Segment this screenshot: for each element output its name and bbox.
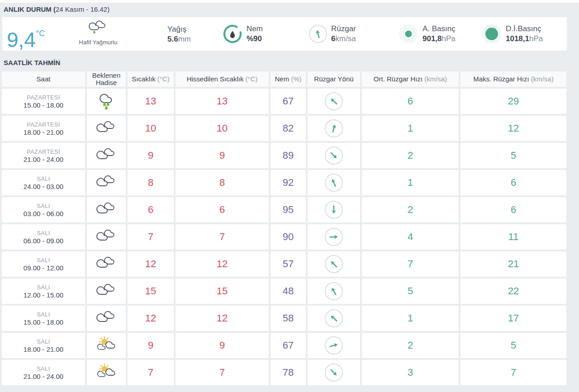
current-temperature-unit: °C bbox=[36, 29, 45, 38]
max-wind-value: 7 bbox=[511, 367, 516, 378]
feels-like-value: 13 bbox=[217, 95, 228, 107]
cell-feels-like: 6 bbox=[176, 197, 269, 222]
weather-icon bbox=[95, 228, 118, 246]
cell-feels-like: 15 bbox=[176, 279, 269, 304]
avg-wind-value: 1 bbox=[408, 312, 413, 324]
light-rain-icon bbox=[85, 19, 112, 37]
time-range: 24.00 - 03.00 bbox=[24, 183, 63, 190]
cell-max-wind: 7 bbox=[460, 360, 566, 385]
current-condition: Hafif Yağmurlu bbox=[71, 19, 125, 46]
cell-avg-wind: 1 bbox=[362, 170, 459, 195]
wind-direction-icon bbox=[325, 364, 343, 382]
weather-icon bbox=[95, 201, 118, 219]
column-header: Sıcaklık(°C) bbox=[128, 71, 174, 87]
cell-humidity: 58 bbox=[271, 306, 306, 331]
sea-level-pressure-value: 1018,1hPa bbox=[506, 34, 543, 44]
weather-icon bbox=[95, 282, 118, 300]
humidity-value: 89 bbox=[283, 150, 294, 161]
column-header: Ort. Rüzgar Hızı(km/sa) bbox=[362, 71, 459, 87]
cell-time: SALI 12.00 - 15.00 bbox=[2, 279, 85, 304]
cell-avg-wind: 1 bbox=[362, 116, 459, 141]
cell-temperature: 9 bbox=[128, 143, 174, 168]
cell-condition bbox=[87, 306, 126, 331]
current-temperature: 9,4°C bbox=[7, 21, 45, 52]
avg-wind-value: 3 bbox=[408, 367, 413, 378]
temperature-value: 10 bbox=[145, 123, 156, 134]
time-range: 06.00 - 09.00 bbox=[24, 237, 63, 245]
day-label: SALI bbox=[37, 311, 50, 318]
day-label: SALI bbox=[37, 175, 50, 182]
humidity-value: 78 bbox=[283, 367, 294, 378]
column-header: Saat bbox=[2, 71, 85, 87]
top-strip bbox=[0, 0, 579, 3]
precipitation-value: 5.6mm bbox=[167, 34, 191, 44]
cell-feels-like: 13 bbox=[176, 89, 269, 114]
cell-temperature: 9 bbox=[128, 333, 174, 358]
max-wind-value: 22 bbox=[508, 285, 519, 297]
cell-condition bbox=[87, 224, 126, 250]
max-wind-value: 11 bbox=[508, 231, 519, 243]
cell-time: SALI 24.00 - 03.00 bbox=[2, 170, 85, 195]
condition-label: Hafif Yağmurlu bbox=[71, 39, 125, 46]
column-header: Beklenen Hadise bbox=[87, 71, 126, 87]
day-label: PAZARTESİ bbox=[27, 94, 60, 101]
hourly-forecast-title: SAATLİK TAHMİN bbox=[4, 59, 579, 67]
current-status-title: ANLIK DURUM (24 Kasım - 16.42) bbox=[4, 5, 579, 14]
sea-level-pressure-label: D.İ.Basınç bbox=[506, 24, 543, 34]
wind-direction-icon bbox=[325, 336, 343, 354]
current-status-timestamp: 24 Kasım - 16.42) bbox=[56, 5, 109, 13]
cell-avg-wind: 7 bbox=[362, 251, 459, 277]
time-range: 12.00 - 15.00 bbox=[24, 291, 63, 299]
humidity-block: Nem %90 bbox=[223, 24, 263, 44]
day-label: PAZARTESİ bbox=[27, 121, 60, 128]
weather-icon bbox=[95, 92, 118, 110]
cell-humidity: 57 bbox=[271, 251, 306, 277]
max-wind-value: 5 bbox=[511, 340, 516, 351]
cell-condition bbox=[87, 116, 126, 141]
time-range: 18.00 - 21.00 bbox=[24, 128, 63, 136]
actual-pressure-label: A. Basınç bbox=[422, 24, 456, 34]
feels-like-value: 6 bbox=[219, 204, 225, 216]
cell-wind-direction bbox=[308, 224, 360, 250]
cell-time: SALI 06.00 - 09.00 bbox=[2, 224, 85, 250]
day-label: SALI bbox=[37, 230, 50, 236]
wind-direction-icon bbox=[325, 201, 343, 219]
cell-humidity: 78 bbox=[271, 360, 306, 385]
precipitation-label: Yağış bbox=[167, 24, 191, 34]
cell-max-wind: 17 bbox=[460, 306, 566, 331]
avg-wind-value: 6 bbox=[408, 95, 413, 107]
cell-avg-wind: 2 bbox=[362, 333, 459, 358]
current-conditions-card: 9,4°C Hafif Yağmurlu Yağış 5.6mm Nem %90… bbox=[2, 17, 567, 51]
wind-direction-icon bbox=[309, 25, 327, 43]
time-range: 15.00 - 18.00 bbox=[24, 101, 63, 109]
humidity-value: 67 bbox=[283, 95, 294, 107]
cell-wind-direction bbox=[308, 170, 360, 195]
cell-humidity: 89 bbox=[271, 143, 306, 168]
day-label: SALI bbox=[37, 284, 50, 291]
wind-direction-icon bbox=[325, 92, 343, 110]
day-label: SALI bbox=[37, 203, 50, 209]
cell-condition bbox=[87, 89, 126, 114]
cell-humidity: 82 bbox=[271, 116, 306, 141]
humidity-label: Nem bbox=[247, 24, 263, 34]
cell-time: PAZARTESİ 18.00 - 21.00 bbox=[2, 116, 85, 141]
avg-wind-value: 2 bbox=[408, 340, 413, 351]
day-label: SALI bbox=[37, 338, 50, 345]
max-wind-value: 21 bbox=[508, 258, 519, 270]
feels-like-value: 9 bbox=[219, 340, 225, 351]
temperature-value: 6 bbox=[148, 204, 153, 216]
cell-wind-direction bbox=[308, 251, 360, 277]
cell-avg-wind: 2 bbox=[362, 197, 459, 222]
feels-like-value: 8 bbox=[219, 177, 225, 189]
cell-max-wind: 22 bbox=[460, 279, 566, 304]
avg-wind-value: 2 bbox=[408, 204, 413, 216]
day-label: SALI bbox=[37, 365, 50, 372]
temperature-value: 12 bbox=[145, 258, 156, 270]
feels-like-value: 7 bbox=[219, 367, 225, 378]
cell-wind-direction bbox=[308, 360, 360, 385]
humidity-value: 82 bbox=[283, 123, 294, 134]
avg-wind-value: 2 bbox=[408, 150, 413, 161]
day-label: SALI bbox=[37, 257, 50, 264]
sea-level-pressure-icon bbox=[482, 24, 502, 44]
cell-avg-wind: 1 bbox=[362, 306, 459, 331]
